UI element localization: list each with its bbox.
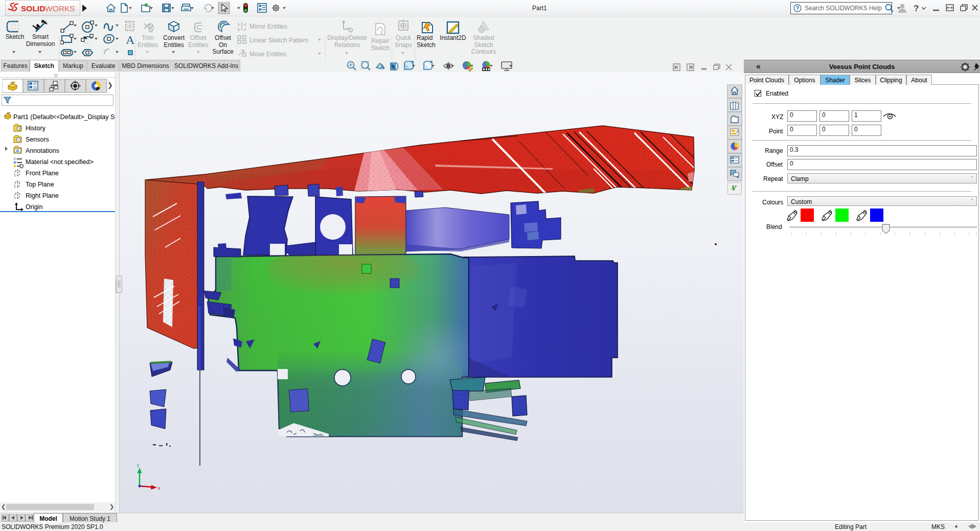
svg-text:y: y [137, 463, 140, 468]
svg-text:Material <not specified>: Material <not specified> [26, 158, 94, 166]
svg-text:?: ? [914, 4, 919, 13]
svg-text:SOLID: SOLID [21, 4, 45, 13]
svg-text:WORKS: WORKS [45, 4, 75, 13]
svg-text:V: V [732, 184, 737, 192]
svg-text:Annotations: Annotations [26, 147, 59, 154]
svg-text:Part1 (Default<<Default>_Disp: Part1 (Default<<Default>_Display Sta [13, 113, 119, 121]
svg-text:History: History [26, 125, 46, 132]
svg-text:Front Plane: Front Plane [26, 170, 59, 177]
svg-text:Right Plane: Right Plane [26, 192, 59, 199]
svg-text:?: ? [796, 5, 800, 11]
svg-text:Sensors: Sensors [26, 136, 49, 143]
svg-text:A: A [16, 148, 19, 153]
svg-text:Origin: Origin [26, 203, 42, 211]
svg-text:Top Plane: Top Plane [26, 181, 54, 188]
svg-text:x: x [158, 486, 161, 491]
